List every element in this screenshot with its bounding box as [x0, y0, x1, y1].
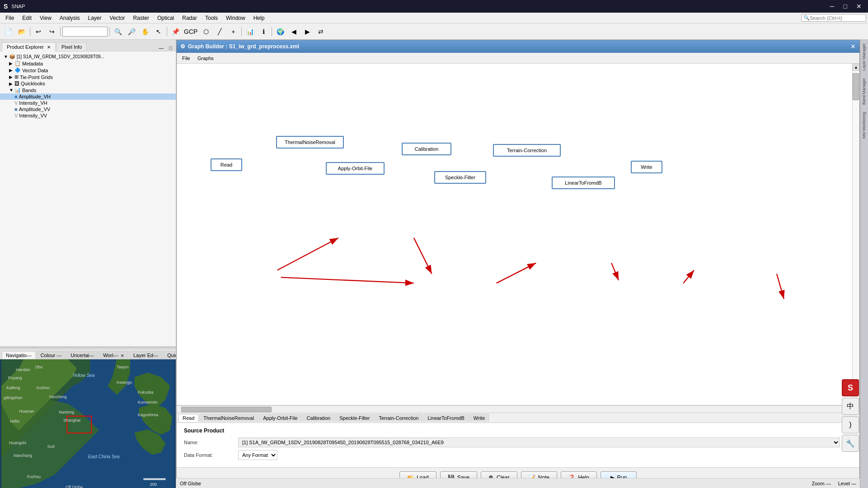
expand-tiepoint-icon[interactable]: ▶ [9, 74, 14, 79]
tab-product-explorer[interactable]: Product Explorer ✕ [2, 42, 56, 51]
node-tab-read[interactable]: Read [178, 414, 198, 422]
status-bar: Off Globe Zoom — Level — [176, 478, 860, 488]
close-button[interactable]: ✕ [854, 2, 864, 11]
polygon-button[interactable]: ⬡ [200, 25, 212, 38]
menu-vector[interactable]: Vector [106, 14, 129, 22]
tree-intensity-vh[interactable]: V Intensity_VH [0, 100, 176, 106]
chinese-char-button[interactable]: 中 [842, 398, 859, 415]
tab-world[interactable]: Worl--- ✕ [99, 351, 128, 359]
undo-button[interactable]: ↩ [32, 25, 45, 38]
node-tab-calibration[interactable]: Calibration [303, 414, 335, 422]
settings-button[interactable]: 🔧 [842, 435, 859, 452]
node-tab-orbit[interactable]: Apply-Orbit-File [259, 414, 301, 422]
select-button[interactable]: ↖ [152, 25, 165, 38]
tab-layer-editor[interactable]: Layer Ed--- [129, 351, 162, 359]
format-select[interactable]: Any Format [238, 450, 277, 460]
tab-pixel-info[interactable]: Pixel Info [56, 42, 87, 51]
graph-builder-close-button[interactable]: ✕ [850, 43, 856, 50]
menu-help[interactable]: Help [250, 14, 268, 22]
maximize-button[interactable]: □ [841, 2, 850, 11]
band-manager-button[interactable]: Band Manager [861, 74, 868, 108]
graph-hscroll[interactable] [177, 405, 859, 413]
minimize-panel-button[interactable]: — [157, 45, 165, 51]
menu-optical[interactable]: Optical [154, 14, 178, 22]
tree-vector-data[interactable]: ▶ 🔷 Vector Data [0, 67, 176, 74]
node-tab-write[interactable]: Write [469, 414, 489, 422]
zoom-in-button[interactable]: 🔍 [112, 25, 124, 38]
node-terrain[interactable]: Terrain-Correction [493, 144, 561, 157]
minimize-button[interactable]: ─ [827, 2, 837, 11]
open-button[interactable]: 📂 [15, 25, 28, 38]
nav-left-button[interactable]: ◀ [287, 25, 300, 38]
menu-layer[interactable]: Layer [84, 14, 105, 22]
menu-tools[interactable]: Tools [202, 14, 221, 22]
point-button[interactable]: + [227, 25, 239, 38]
node-tab-linear[interactable]: LinearToFromdB [423, 414, 468, 422]
menu-view[interactable]: View [36, 14, 55, 22]
tree-metadata[interactable]: ▶ 📋 Metadata [0, 60, 176, 67]
node-tab-terrain[interactable]: Terrain-Correction [375, 414, 422, 422]
vscroll-up-button[interactable]: ▲ [853, 64, 860, 71]
node-tab-speckle[interactable]: Speckle-Filter [335, 414, 374, 422]
tree-intensity-vv[interactable]: V Intensity_VV [0, 112, 176, 119]
tab-colour[interactable]: Colour --- [37, 351, 66, 359]
expand-metadata-icon[interactable]: ▶ [9, 61, 14, 66]
close-product-explorer-tab[interactable]: ✕ [47, 45, 51, 50]
nav-right-button[interactable]: ▶ [301, 25, 314, 38]
expand-root-icon[interactable]: ▼ [4, 54, 9, 59]
expand-bands-icon[interactable]: ▼ [9, 88, 14, 93]
node-calibration[interactable]: Calibration [402, 143, 451, 155]
nav-sync-button[interactable]: ⇄ [314, 25, 327, 38]
world-map-button[interactable]: 🌍 [274, 25, 286, 38]
tree-amplitude-vv[interactable]: ■ Amplitude_VV [0, 106, 176, 112]
coord-input[interactable]: 711.1/495908 [62, 27, 108, 37]
tab-navigation[interactable]: Navigatio--- [2, 351, 36, 359]
menu-analysis[interactable]: Analysis [56, 14, 84, 22]
node-tab-thermal[interactable]: ThermalNoiseRemoval [199, 414, 258, 422]
gb-menu-file[interactable]: File [178, 55, 194, 62]
node-linear[interactable]: LinearToFromdB [552, 177, 615, 189]
close-world-tab[interactable]: ✕ [120, 353, 125, 358]
hscroll-thumb[interactable] [181, 407, 272, 412]
pan-button[interactable]: ✋ [139, 25, 151, 38]
graph-builder-dialog: ⚙ Graph Builder : S1_iw_grd_preprocess.x… [176, 40, 860, 488]
snap-icon-button[interactable]: S [842, 379, 859, 396]
redo-button[interactable]: ↪ [46, 25, 58, 38]
search-input[interactable] [810, 15, 864, 21]
name-select[interactable]: [1] S1A_IW_GRDM_1SDV_20190828T095450_201… [238, 437, 840, 447]
spectrum-button[interactable]: 📊 [244, 25, 256, 38]
info-button[interactable]: ℹ [257, 25, 270, 38]
menu-window[interactable]: Window [222, 14, 249, 22]
tree-root[interactable]: ▼ 📦 [1] S1A_IW_GRDM_1SDV_20190828T09... [0, 53, 176, 60]
node-orbit[interactable]: Apply-Orbit-File [326, 162, 385, 175]
expand-quicklooks-icon[interactable]: ▶ [9, 81, 14, 86]
node-thermal[interactable]: ThermalNoiseRemoval [276, 136, 344, 149]
map-view[interactable]: 200 Handan Puyang Kaifeng gdingshan Hefe… [0, 359, 176, 488]
line-button[interactable]: ╱ [213, 25, 226, 38]
tree-quicklooks[interactable]: ▶ 🖼 Quicklooks [0, 80, 176, 87]
help-circle-button[interactable]: ) [842, 416, 859, 433]
node-speckle[interactable]: Speckle-Filter [434, 171, 486, 184]
menu-edit[interactable]: Edit [19, 14, 35, 22]
vscroll-thumb[interactable] [853, 73, 859, 100]
mst-monitoring-button[interactable]: Mst Monitoring [861, 108, 868, 142]
tree-tie-point-grids[interactable]: ▶ ⊞ Tie-Point Grids [0, 74, 176, 80]
new-button[interactable]: 📄 [2, 25, 14, 38]
pin-button[interactable]: 📌 [169, 25, 182, 38]
tree-bands[interactable]: ▼ 📊 Bands [0, 87, 176, 93]
layer-manager-button[interactable]: Layer Manager [861, 40, 868, 74]
node-read[interactable]: Read [211, 158, 242, 171]
menu-radar[interactable]: Radar [178, 14, 201, 22]
maximize-panel-button[interactable]: □ [167, 45, 174, 51]
expand-vector-icon[interactable]: ▶ [9, 68, 14, 73]
menu-raster[interactable]: Raster [130, 14, 153, 22]
tab-uncertainty[interactable]: Uncertai--- [66, 351, 98, 359]
menu-file[interactable]: File [2, 14, 18, 22]
node-write[interactable]: Write [631, 161, 662, 173]
tree-amplitude-vh[interactable]: ■ Amplitude_VH [0, 93, 176, 100]
gb-menu-graphs[interactable]: Graphs [194, 55, 217, 62]
zoom-out-button[interactable]: 🔎 [125, 25, 138, 38]
gcp-button[interactable]: GCP [183, 25, 199, 38]
tab-quicklook[interactable]: Quickloo- [163, 351, 176, 359]
graph-canvas[interactable]: Read ThermalNoiseRemoval Apply-Orbit-Fil… [177, 64, 852, 405]
